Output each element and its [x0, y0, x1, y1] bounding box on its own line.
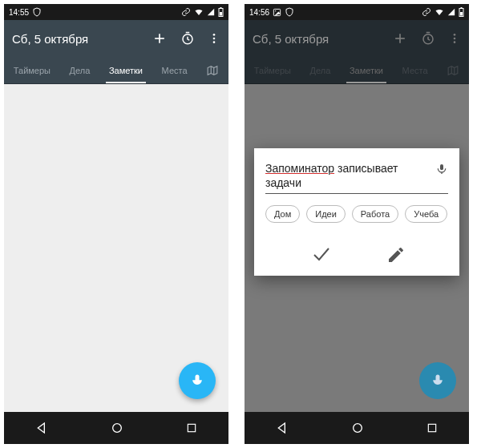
nav-home-button[interactable]	[111, 422, 123, 434]
chip-ideas[interactable]: Идеи	[306, 205, 346, 223]
tab-notes[interactable]: Заметки	[346, 57, 386, 83]
app-bar: Сб, 5 октября	[4, 20, 228, 57]
tab-notes[interactable]: Заметки	[106, 57, 146, 83]
tab-map-icon[interactable]	[443, 57, 463, 83]
edit-button[interactable]	[386, 245, 406, 264]
svg-rect-19	[428, 424, 435, 431]
nav-recents-button[interactable]	[426, 422, 438, 434]
svg-point-10	[275, 10, 276, 10]
svg-rect-12	[460, 12, 463, 16]
shield-icon	[32, 7, 42, 17]
svg-point-4	[213, 34, 216, 36]
content-area	[4, 84, 228, 412]
new-note-modal: Запоминатор записывает задачи Дом Идеи Р…	[254, 148, 459, 276]
content-area-dimmed[interactable]: Запоминатор записывает задачи Дом Идеи Р…	[245, 84, 469, 412]
chip-home[interactable]: Дом	[265, 205, 300, 223]
microphone-icon	[189, 373, 205, 389]
microphone-icon[interactable]	[435, 163, 448, 176]
overflow-menu-button[interactable]	[448, 31, 461, 46]
voice-fab[interactable]	[419, 362, 456, 399]
app-bar-title: Сб, 5 октября	[253, 32, 329, 46]
svg-point-5	[213, 38, 216, 40]
svg-point-17	[454, 41, 456, 43]
microphone-icon	[430, 373, 446, 389]
voice-fab[interactable]	[179, 362, 216, 399]
link-icon	[181, 7, 191, 17]
nav-bar	[245, 412, 469, 444]
app-bar: Сб, 5 октября	[245, 20, 469, 57]
timer-action-button[interactable]	[421, 31, 435, 46]
svg-point-7	[113, 424, 122, 433]
tab-map-icon[interactable]	[203, 57, 222, 83]
note-word-misspelled: Запоминатор	[265, 162, 334, 175]
confirm-button[interactable]	[309, 245, 333, 264]
nav-home-button[interactable]	[351, 422, 364, 434]
battery-icon	[459, 7, 464, 17]
wifi-icon	[435, 7, 444, 17]
nav-bar	[4, 412, 228, 444]
status-bar: 14:56	[245, 4, 469, 20]
overflow-menu-button[interactable]	[208, 31, 220, 46]
wifi-icon	[194, 7, 204, 17]
status-time: 14:56	[249, 8, 269, 17]
note-text-input[interactable]: Запоминатор записывает задачи	[265, 161, 429, 190]
svg-rect-2	[220, 7, 222, 9]
chip-study[interactable]: Учеба	[405, 205, 447, 223]
tab-timers[interactable]: Таймеры	[10, 57, 54, 83]
nav-recents-button[interactable]	[186, 422, 197, 434]
link-icon	[422, 7, 431, 17]
image-icon	[273, 8, 281, 17]
svg-rect-8	[188, 424, 195, 431]
tab-todos[interactable]: Дела	[67, 57, 94, 83]
signal-icon	[447, 8, 455, 16]
svg-point-15	[454, 34, 456, 36]
svg-point-6	[213, 41, 216, 43]
signal-icon	[207, 8, 215, 16]
svg-rect-1	[220, 12, 222, 16]
tab-timers[interactable]: Таймеры	[251, 57, 294, 83]
status-bar: 14:55	[4, 4, 228, 20]
phone-screen-left: 14:55 Сб, 5 октября Таймеры Дела Заметки…	[4, 4, 228, 444]
svg-point-16	[454, 38, 456, 40]
nav-back-button[interactable]	[35, 422, 48, 434]
app-bar-title: Сб, 5 октября	[12, 32, 88, 46]
svg-point-18	[354, 424, 362, 433]
phone-screen-right: 14:56 Сб, 5 октября Таймеры Дела Заметки…	[245, 4, 469, 444]
svg-rect-13	[461, 7, 463, 9]
battery-icon	[218, 7, 224, 17]
timer-action-button[interactable]	[180, 31, 195, 46]
chip-work[interactable]: Работа	[352, 205, 398, 223]
add-button[interactable]	[152, 30, 168, 46]
nav-back-button[interactable]	[276, 422, 289, 434]
shield-icon	[285, 7, 294, 17]
add-button[interactable]	[392, 30, 408, 46]
tab-bar: Таймеры Дела Заметки Места	[245, 57, 469, 84]
tab-bar: Таймеры Дела Заметки Места	[4, 57, 228, 84]
tab-places[interactable]: Места	[399, 57, 431, 83]
tab-todos[interactable]: Дела	[307, 57, 334, 83]
status-time: 14:55	[9, 8, 29, 17]
category-chips: Дом Идеи Работа Учеба	[265, 205, 448, 223]
tab-places[interactable]: Места	[159, 57, 191, 83]
